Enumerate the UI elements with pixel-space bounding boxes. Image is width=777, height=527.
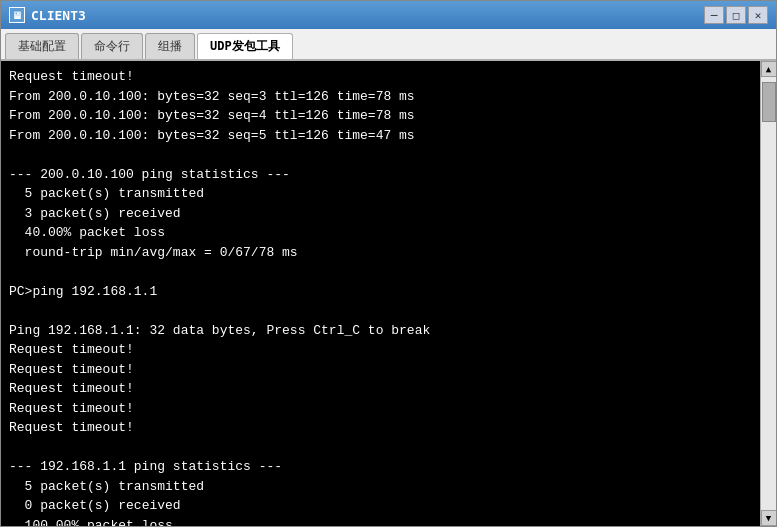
tab-basic-config[interactable]: 基础配置 [5, 33, 79, 59]
scroll-down-button[interactable]: ▼ [761, 510, 777, 526]
scroll-thumb[interactable] [762, 82, 776, 122]
scroll-up-button[interactable]: ▲ [761, 61, 777, 77]
terminal-output[interactable]: Request timeout! From 200.0.10.100: byte… [1, 61, 760, 526]
window-title: CLIENT3 [31, 8, 86, 23]
main-window: 🖥 CLIENT3 ─ □ ✕ 基础配置 命令行 组播 UDP发包工具 Requ… [0, 0, 777, 527]
maximize-button[interactable]: □ [726, 6, 746, 24]
tab-multicast[interactable]: 组播 [145, 33, 195, 59]
scrollbar[interactable]: ▲ ▼ [760, 61, 776, 526]
window-icon: 🖥 [9, 7, 25, 23]
tab-command-line[interactable]: 命令行 [81, 33, 143, 59]
tab-udp-tool[interactable]: UDP发包工具 [197, 33, 293, 59]
content-area: Request timeout! From 200.0.10.100: byte… [1, 61, 776, 526]
minimize-button[interactable]: ─ [704, 6, 724, 24]
tab-bar: 基础配置 命令行 组播 UDP发包工具 [1, 29, 776, 61]
title-controls: ─ □ ✕ [704, 6, 768, 24]
title-bar: 🖥 CLIENT3 ─ □ ✕ [1, 1, 776, 29]
title-bar-left: 🖥 CLIENT3 [9, 7, 86, 23]
scroll-track[interactable] [761, 77, 776, 510]
close-button[interactable]: ✕ [748, 6, 768, 24]
